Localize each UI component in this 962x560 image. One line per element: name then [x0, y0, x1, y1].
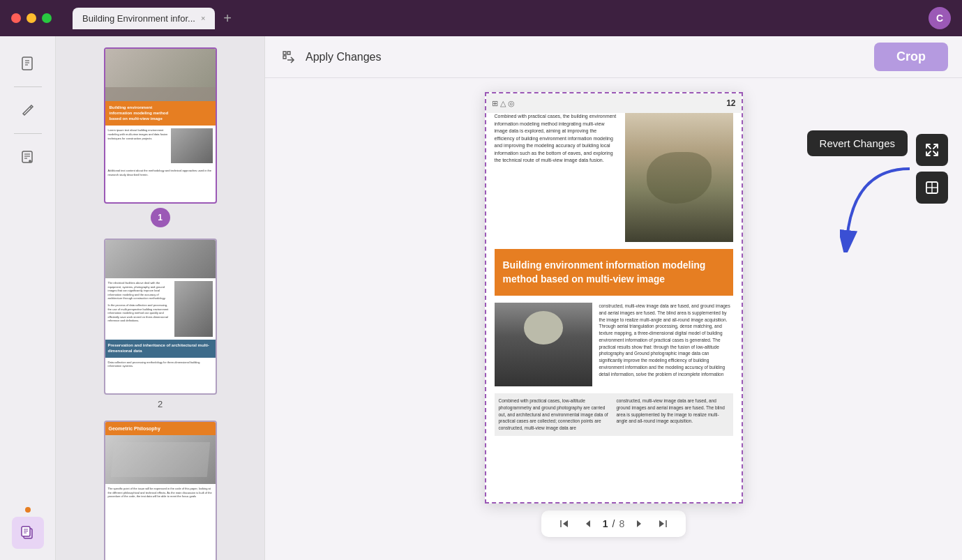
blue-arrow: [840, 162, 924, 252]
page-controls: ⊞ △ ◎: [492, 99, 515, 108]
thumbnail-panel: Building environmentinformation modeling…: [56, 36, 265, 560]
minimize-button[interactable]: [27, 13, 36, 23]
page-content: Combined with practical cases, the build…: [486, 93, 742, 444]
tab-close-icon[interactable]: ×: [201, 14, 205, 22]
sidebar-item-pen[interactable]: [12, 94, 44, 126]
maximize-button[interactable]: [42, 13, 52, 23]
revert-label: Revert Changes: [820, 137, 895, 149]
tab-area: Building Environment infor... × +: [73, 8, 237, 29]
page-orange-title: Building environment information modelin…: [495, 249, 733, 296]
pen-icon: [20, 103, 36, 118]
page-main-text: Combined with practical cases, the build…: [495, 113, 618, 242]
main-layout: Building environmentinformation modeling…: [0, 36, 962, 560]
doc-page-toolbar: ⊞ △ ◎ 12: [486, 93, 742, 113]
titlebar: Building Environment infor... × + C: [0, 0, 962, 36]
book-icon: [20, 56, 36, 71]
content-area: Apply Changes Crop ⊞ △ ◎ 12 Combined wit…: [265, 36, 962, 560]
tab-title: Building Environment infor...: [82, 13, 195, 24]
nav-next-button[interactable]: [630, 516, 648, 531]
thumb-content: Lorem ipsum text about building environm…: [105, 126, 216, 166]
right-toolbar: [916, 134, 948, 204]
svg-rect-0: [22, 57, 32, 70]
apply-changes-icon: [279, 47, 299, 67]
nav-last-button[interactable]: [654, 516, 672, 531]
page-bottom-combined-content: Combined with practical cases, low-altit…: [499, 398, 729, 432]
doc-page-number: 12: [726, 98, 735, 108]
crop-button[interactable]: Crop: [874, 43, 948, 71]
thumbnail-page-3[interactable]: Geometric Philosophy The specific point …: [67, 421, 253, 560]
page-title-text: Building environment information modelin…: [503, 259, 725, 286]
page-bottom-combined: Combined with practical cases, low-altit…: [495, 393, 733, 436]
toolbar-left: Apply Changes: [279, 47, 382, 67]
document-view: ⊞ △ ◎ 12 Combined with practical cases, …: [265, 78, 962, 560]
notification-dot: [25, 507, 31, 513]
thumb-frame-1: Building environmentinformation modeling…: [104, 47, 217, 204]
sidebar-divider-2: [14, 133, 42, 134]
page-info: 1 / 8: [603, 518, 624, 529]
crop-grid-button[interactable]: [916, 172, 948, 204]
page-separator: /: [612, 518, 615, 529]
sidebar-item-book[interactable]: [12, 47, 44, 80]
page-bottom-right-text: constructed, multi-view image data are f…: [599, 303, 733, 386]
nav-prev-button[interactable]: [579, 516, 597, 531]
thumb-frame-3: Geometric Philosophy The specific point …: [104, 421, 217, 560]
active-tab[interactable]: Building Environment infor... ×: [73, 8, 215, 29]
close-button[interactable]: [11, 13, 21, 23]
page-bottom-section: constructed, multi-view image data are f…: [495, 303, 733, 386]
user-avatar: C: [929, 7, 951, 29]
thumbnail-page-1[interactable]: Building environmentinformation modeling…: [67, 47, 253, 227]
page-person-image: [495, 303, 592, 386]
document-page: ⊞ △ ◎ 12 Combined with practical cases, …: [485, 92, 743, 504]
thumbnail-page-2[interactable]: The electrical facilities above deal wit…: [67, 239, 253, 409]
add-tab-button[interactable]: +: [218, 8, 237, 29]
sidebar-item-note[interactable]: [12, 141, 44, 173]
page-bottom-right-text2: constructed, multi-view image data are f…: [617, 398, 729, 432]
sidebar-item-copy[interactable]: [12, 517, 44, 549]
expand-button[interactable]: [916, 134, 948, 166]
current-page: 1: [603, 518, 608, 529]
total-pages: 8: [619, 518, 624, 529]
traffic-lights: [11, 13, 52, 23]
page-bottom-left-text: Combined with practical cases, low-altit…: [499, 398, 611, 432]
thumb-bottom: Additional text content about the method…: [105, 166, 216, 179]
page-1-badge: 1: [151, 208, 170, 227]
thumb-orange-bar: Building environmentinformation modeling…: [105, 101, 216, 126]
page-navigation: 1 / 8: [541, 510, 686, 537]
note-icon: [20, 149, 36, 165]
sidebar-divider-1: [14, 86, 42, 87]
copy-icon: [20, 525, 36, 540]
sidebar-icons: [0, 36, 56, 560]
page-top-section: Combined with practical cases, the build…: [495, 113, 733, 242]
revert-tooltip: Revert Changes: [807, 130, 908, 156]
page-2-label: 2: [158, 399, 163, 409]
apply-changes-button[interactable]: Apply Changes: [306, 51, 382, 63]
toolbar: Apply Changes Crop: [265, 36, 962, 78]
thumb-frame-2: The electrical facilities above deal wit…: [104, 239, 217, 395]
page-aerial-image: [625, 113, 733, 242]
nav-first-button[interactable]: [555, 516, 573, 531]
svg-line-4: [30, 107, 31, 108]
